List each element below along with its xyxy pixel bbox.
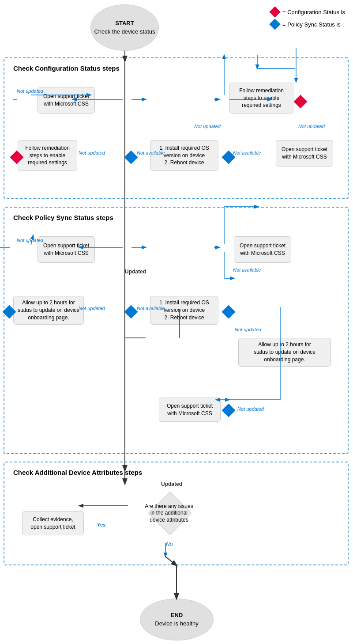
policy-allow-2hr-1: Allow up to 2 hours for status to update…: [13, 296, 84, 325]
config-label-not-updated-4: Not updated: [298, 124, 325, 129]
additional-collect: Collect evidence, open support ticket: [22, 511, 84, 535]
config-install-os: 1. Install required OS version on device…: [150, 140, 218, 171]
config-label-not-updated-1: Not updated: [17, 88, 43, 94]
legend-policy-label: = Policy Sync Status is: [282, 21, 341, 28]
policy-label-not-available-1: Not available: [137, 306, 165, 311]
config-diamond-blue-center-left: [124, 150, 138, 164]
policy-diamond-blue-center-right: [222, 305, 235, 318]
start-line2: Check the device status: [94, 28, 155, 36]
legend: = Configuration Status is = Policy Sync …: [271, 8, 345, 28]
config-label-not-available-2: Not available: [233, 150, 261, 155]
policy-diamond-blue-bottom-right: [222, 403, 235, 417]
section-additional: Check Additional Device Attributes steps…: [4, 462, 349, 565]
section-config: Check Configuration Status steps Open su…: [4, 57, 349, 199]
policy-diamond-blue-center-left: [124, 305, 138, 318]
end-line2: Device is healthy: [155, 620, 198, 628]
config-open-support-2: Open support ticket with Microsoft CSS: [276, 140, 333, 167]
config-label-not-available-1: Not available: [137, 150, 165, 155]
policy-label-not-available-2: Not available: [233, 267, 261, 273]
start-node: START Check the device status: [90, 4, 159, 51]
policy-open-support-1: Open support ticket with Microsoft CSS: [38, 236, 95, 263]
start-line1: START: [94, 19, 155, 27]
config-open-support-1: Open support ticket with Microsoft CSS: [38, 87, 95, 114]
section-policy: Check Policy Sync Status steps Open supp…: [4, 207, 349, 454]
legend-policy-status: = Policy Sync Status is: [271, 20, 345, 28]
section-config-title: Check Configuration Status steps: [9, 62, 124, 75]
additional-label-yes: Yes: [97, 522, 105, 527]
config-follow-remediation-1: Follow remediation steps to enable requi…: [18, 140, 77, 171]
config-diamond-red-top-right: [293, 95, 307, 108]
red-diamond-icon: [269, 6, 280, 17]
policy-updated-label: Updated: [125, 269, 146, 275]
additional-updated-label: Updated: [161, 481, 182, 487]
policy-open-support-3: Open support ticket with Microsoft CSS: [159, 398, 221, 422]
config-label-not-updated-2: Not updated: [79, 150, 105, 155]
policy-label-not-updated-2: Not updated: [79, 306, 105, 311]
policy-open-support-2: Open support ticket with Microsoft CSS: [234, 236, 291, 263]
legend-config-status: = Configuration Status is: [271, 8, 345, 16]
end-node: END Device is healthy: [140, 599, 214, 640]
config-follow-remediation-2: Follow remediation steps to enable requi…: [229, 83, 293, 114]
blue-diamond-icon: [269, 19, 280, 30]
section-policy-title: Check Policy Sync Status steps: [9, 211, 118, 224]
config-label-not-updated-3: Not updated: [194, 124, 221, 129]
policy-label-not-updated-1: Not updated: [17, 238, 43, 243]
end-line1: END: [155, 611, 198, 619]
additional-label-no: No: [166, 541, 173, 547]
policy-label-not-updated-3: Not updated: [235, 327, 261, 332]
section-additional-title: Check Additional Device Attributes steps: [9, 466, 146, 479]
policy-label-not-updated-4: Not updated: [237, 406, 264, 412]
additional-diamond-label: Are there any issues in the additional d…: [134, 498, 204, 529]
policy-allow-2hr-2: Allow up to 2 hours for status to update…: [238, 338, 331, 367]
legend-config-label: = Configuration Status is: [282, 9, 345, 15]
